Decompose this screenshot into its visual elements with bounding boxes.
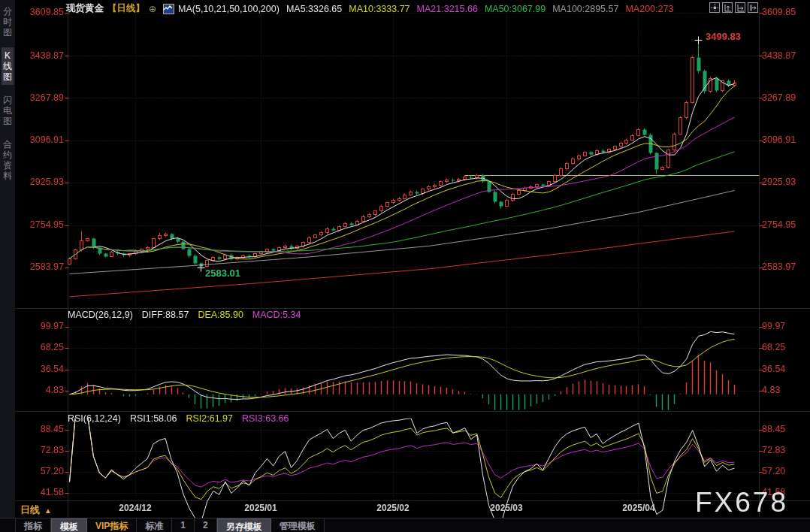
chart-header: 现货黄金 【日线】 ⊕ MA(5,10,21,50,100,200) MA5:3…	[66, 2, 673, 15]
month-tick-label: 2025/04	[612, 503, 665, 513]
macd-axis-label: 36.54	[14, 364, 64, 374]
toolbar-manage-template-button[interactable]: 管理模板	[271, 518, 325, 532]
chart-tool-icons	[709, 2, 758, 13]
macd-axis-label: 68.25	[762, 342, 810, 352]
rsi-axis-label: 88.45	[762, 424, 810, 434]
ma10-value: MA10:3333.77	[349, 4, 410, 14]
toolbar-save-template-button[interactable]: 另存模板	[217, 518, 271, 532]
price-axis-label: 2754.95	[762, 219, 810, 230]
watermark: FX678	[695, 487, 788, 518]
chart-application: 分时图 K线图 闪电图 合约资料 现货黄金 【日线】 ⊕ MA(5,10,21,…	[0, 0, 810, 532]
rsi1-value: RSI1:58.06	[130, 413, 177, 424]
toolbar-standard-button[interactable]: 标准	[137, 518, 172, 532]
price-axis-label: 2925.93	[762, 177, 810, 187]
fit-horizontal-icon[interactable]	[735, 2, 745, 13]
price-axis-label: 3096.91	[762, 135, 810, 145]
month-tick-label: 2025/01	[234, 503, 287, 513]
macd-dea-value: DEA:85.90	[198, 310, 243, 320]
price-axis-label: 3609.85	[14, 7, 64, 17]
price-axis-label: 2754.95	[14, 219, 64, 230]
bottom-toolbar: 指标 模板 VIP指标 标准 1 2 另存模板 管理模板	[0, 518, 810, 532]
toolbar-slot-2-button[interactable]: 2	[195, 518, 217, 532]
fit-vertical-icon[interactable]	[722, 2, 733, 13]
price-axis-label: 2583.97	[762, 261, 810, 272]
macd-axis-label: 99.97	[762, 321, 810, 331]
macd-axis-label: 68.25	[14, 342, 64, 352]
rsi-axis-label: 57.20	[762, 466, 810, 476]
rsi-axis-label: 41.58	[14, 487, 64, 497]
low-price-label: 2583.01	[205, 268, 240, 279]
rsi-axis-label: 57.20	[14, 466, 64, 476]
collapse-icon[interactable]: ⊕	[149, 4, 156, 14]
sidebar-item-time-chart[interactable]: 分时图	[2, 3, 14, 41]
ma100-value: MA100:2895.57	[552, 4, 618, 14]
macd-axis-label: 4.83	[14, 385, 64, 395]
month-tick-label: 2025/02	[367, 503, 419, 513]
period-selector[interactable]: 日线 ▲	[20, 503, 52, 517]
rsi-axis-label: 72.83	[762, 445, 810, 455]
chart-type-sidebar: 分时图 K线图 闪电图 合约资料	[0, 0, 15, 532]
chevron-up-icon: ▲	[44, 506, 52, 515]
symbol-name: 现货黄金	[66, 2, 104, 15]
sidebar-item-lightning-chart[interactable]: 闪电图	[2, 92, 14, 129]
price-axis-label: 3438.87	[14, 50, 64, 61]
mini-chart-icon[interactable]	[163, 4, 174, 14]
ma-settings-label[interactable]: MA(5,10,21,50,100,200)	[178, 4, 280, 14]
rsi-axis-label: 88.45	[14, 424, 64, 434]
move-tool-icon[interactable]	[709, 2, 720, 13]
ma5-value: MA5:3326.65	[286, 4, 342, 14]
rsi-title[interactable]: RSI(6,12,24)	[68, 413, 121, 424]
price-axis-label: 3267.89	[14, 92, 64, 103]
toolbar-slot-1-button[interactable]: 1	[172, 518, 195, 532]
toolbar-indicators-button[interactable]: 指标	[15, 518, 51, 532]
month-tick-label: 2025/03	[480, 503, 533, 513]
rsi3-value: RSI3:63.66	[242, 413, 289, 424]
high-price-label: 3499.83	[706, 31, 741, 42]
period-selector-label: 日线	[20, 503, 40, 517]
macd-axis-label: 4.83	[762, 385, 810, 395]
ma200-value: MA200:273	[625, 4, 673, 14]
price-axis-label: 3609.85	[762, 7, 810, 17]
price-axis-label: 2583.97	[14, 261, 64, 272]
month-tick-label: 2024/12	[109, 503, 162, 513]
ma50-value: MA50:3067.99	[485, 4, 546, 14]
toolbar-template-button[interactable]: 模板	[51, 518, 87, 532]
sidebar-item-kline-chart[interactable]: K线图	[2, 47, 14, 85]
price-axis-label: 2925.93	[14, 177, 64, 187]
rsi-header: RSI(6,12,24) RSI1:58.06 RSI2:61.97 RSI3:…	[68, 413, 289, 424]
macd-header: MACD(26,12,9) DIFF:88.57 DEA:85.90 MACD:…	[68, 310, 301, 320]
chart-canvas[interactable]	[0, 0, 810, 532]
macd-macd-value: MACD:5.34	[252, 310, 301, 320]
macd-axis-label: 36.54	[762, 364, 810, 374]
macd-axis-label: 99.97	[14, 321, 64, 331]
price-axis-label: 3438.87	[762, 50, 810, 61]
macd-diff-value: DIFF:88.57	[142, 310, 189, 320]
ma21-value: MA21:3215.66	[417, 4, 478, 14]
macd-title[interactable]: MACD(26,12,9)	[68, 310, 133, 320]
price-axis-label: 3267.89	[762, 92, 810, 103]
price-axis-label: 3096.91	[14, 135, 64, 145]
shift-right-icon[interactable]	[748, 2, 758, 13]
sidebar-item-contract-info[interactable]: 合约资料	[2, 136, 14, 184]
toolbar-vip-indicators-button[interactable]: VIP指标	[87, 518, 137, 532]
rsi2-value: RSI2:61.97	[186, 413, 233, 424]
period-label[interactable]: 【日线】	[107, 2, 145, 15]
rsi-axis-label: 72.83	[14, 445, 64, 455]
